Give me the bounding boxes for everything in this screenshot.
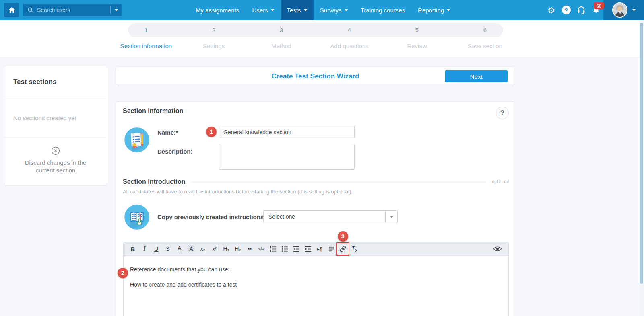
nav-item-reporting[interactable]: Reporting (411, 0, 456, 20)
empty-state-text: No sections created yet (4, 98, 107, 138)
next-button[interactable]: Next (445, 70, 508, 82)
preview-button[interactable] (492, 244, 503, 254)
underline-button[interactable]: U (151, 244, 161, 254)
navbar-right: ⚙ ? 60 (544, 0, 644, 20)
italic-button[interactable]: I (139, 244, 150, 254)
subscript-button[interactable]: x₂ (198, 244, 208, 254)
font-color-icon: A (178, 245, 181, 252)
editor-content-area[interactable]: Reference documents that you can use: Ho… (124, 256, 508, 289)
nav-item-training-courses[interactable]: Training courses (354, 0, 411, 20)
search-input[interactable] (34, 7, 110, 13)
nav-item-my-assignments[interactable]: My assignments (189, 0, 246, 20)
step-section-information[interactable]: 1 Section information (120, 23, 172, 49)
outdent-icon (293, 245, 300, 253)
text-direction-button[interactable]: ▸¶ (314, 244, 325, 254)
nav-item-tests[interactable]: Tests (281, 0, 314, 20)
question-mark-icon: ? (562, 6, 571, 14)
superscript-button[interactable]: x² (209, 244, 220, 254)
nav-item-surveys[interactable]: Surveys (314, 0, 354, 20)
notifications-button[interactable]: 60 (588, 0, 603, 20)
blockquote-icon: ” (248, 246, 252, 256)
select-caret-segment (385, 211, 397, 223)
caret-down-icon (632, 9, 636, 11)
wizard-stepper: 1 Section information 2 Settings 3 Metho… (0, 20, 644, 57)
font-color-button[interactable]: A (174, 244, 185, 254)
headset-icon (576, 5, 586, 15)
heading2-button[interactable]: H₂ (233, 244, 243, 254)
indent-button[interactable] (303, 244, 313, 254)
nav-label: Reporting (418, 7, 444, 14)
caret-down-icon (345, 9, 348, 11)
unordered-list-button[interactable] (279, 244, 290, 254)
heading1-button[interactable]: H₁ (221, 244, 231, 254)
home-button[interactable] (4, 3, 19, 17)
caret-down-icon (390, 216, 393, 218)
nav-label: My assignments (196, 7, 239, 14)
eye-icon (493, 245, 502, 252)
section-description-textarea[interactable] (219, 144, 355, 170)
step-number: 2 (203, 23, 225, 37)
name-label: Name:* (157, 129, 178, 136)
clear-format-icon: T (352, 246, 355, 252)
nav-item-users[interactable]: Users (246, 0, 280, 20)
italic-icon: I (143, 245, 145, 252)
page-scrollbar-thumb[interactable] (640, 23, 643, 284)
instructions-select[interactable]: Select one (263, 210, 398, 223)
align-icon (328, 245, 335, 253)
step-number: 4 (330, 23, 368, 37)
search-icon (27, 7, 34, 13)
search-box (23, 4, 122, 16)
support-button[interactable] (574, 0, 588, 20)
insert-link-button[interactable]: 3 (338, 244, 348, 254)
ordered-list-icon (269, 245, 277, 253)
step-save-section[interactable]: 6 Save section (468, 23, 502, 49)
settings-button[interactable]: ⚙ (544, 0, 559, 20)
blockquote-button[interactable]: ” (244, 244, 255, 254)
outdent-button[interactable] (291, 244, 301, 254)
step-add-questions[interactable]: 4 Add questions (330, 23, 368, 49)
nav-label: Surveys (320, 7, 342, 14)
editor-toolbar: B I U S A A x₂ x² H₁ H₂ ” </> (124, 242, 508, 256)
highlight-icon: A (188, 245, 194, 252)
align-button[interactable] (326, 244, 336, 254)
document-pencil-icon (124, 127, 149, 152)
page-scrollbar-track (639, 20, 644, 316)
description-label: Description: (157, 148, 193, 155)
copy-instructions-label: Copy previously created instructions: (157, 213, 266, 220)
help-button[interactable]: ? (559, 0, 574, 20)
callout-badge-3: 3 (338, 231, 348, 242)
heading2-icon: H₂ (235, 246, 241, 252)
home-icon (8, 6, 16, 14)
clear-format-button[interactable]: Tx (349, 244, 360, 254)
nav-label: Training courses (361, 7, 405, 14)
main-nav: My assignments Users Tests Surveys Train… (189, 0, 456, 20)
discard-changes-button[interactable]: Discard changes in the current section (4, 138, 107, 182)
step-method[interactable]: 3 Method (271, 23, 291, 49)
step-number: 6 (468, 23, 502, 37)
top-navbar: My assignments Users Tests Surveys Train… (0, 0, 644, 20)
bold-icon: B (131, 246, 135, 252)
user-menu[interactable] (603, 0, 644, 20)
strikethrough-button[interactable]: S (163, 244, 173, 254)
avatar-photo-icon (613, 3, 627, 17)
subscript-icon: x₂ (200, 246, 205, 252)
step-review[interactable]: 5 Review (407, 23, 427, 49)
discard-circle-x-icon (51, 146, 60, 156)
step-number: 5 (407, 23, 427, 37)
search-scope-dropdown[interactable] (110, 6, 122, 14)
bold-button[interactable]: B (128, 244, 138, 254)
gear-icon: ⚙ (547, 6, 555, 14)
link-icon (339, 245, 347, 253)
editor-line: How to create and add certificates to a … (130, 281, 502, 289)
help-icon[interactable]: ? (496, 107, 509, 119)
select-value: Select one (264, 213, 385, 220)
divider (191, 182, 486, 182)
nav-label: Tests (287, 7, 301, 14)
caret-down-icon (447, 9, 450, 11)
notification-badge: 60 (594, 2, 604, 9)
ordered-list-button[interactable] (268, 244, 278, 254)
code-view-button[interactable]: </> (256, 244, 266, 254)
section-name-input[interactable] (219, 126, 355, 138)
step-settings[interactable]: 2 Settings (203, 23, 225, 49)
highlight-color-button[interactable]: A (186, 244, 196, 254)
